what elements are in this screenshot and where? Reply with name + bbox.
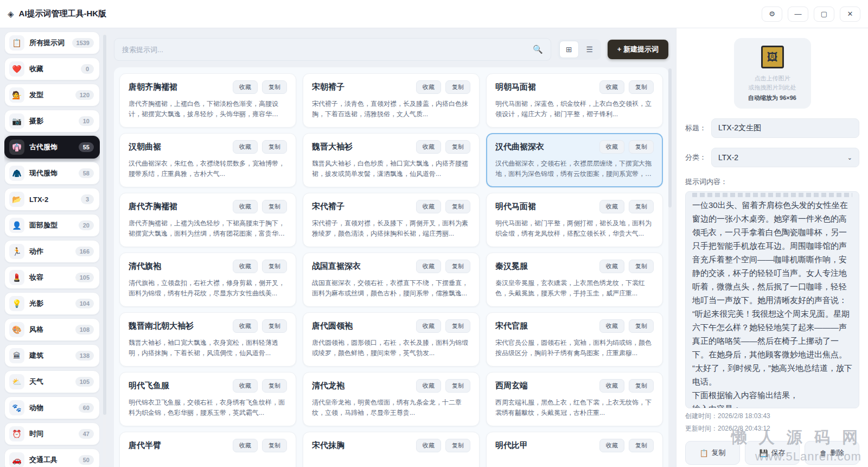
sidebar-item-building[interactable]: 🏛 建筑 138 xyxy=(4,344,100,367)
sidebar-item-time[interactable]: ⏰ 时间 47 xyxy=(4,422,100,445)
copy-button[interactable]: 复制 xyxy=(629,439,654,452)
favorite-button[interactable]: 收藏 xyxy=(599,140,624,154)
favorite-button[interactable]: 收藏 xyxy=(233,439,258,452)
copy-button[interactable]: 复制 xyxy=(445,140,470,154)
prompt-card[interactable]: 唐代齐胸襦裙 收藏 复制 唐代齐胸襦裙，上襦为浅色轻纱，下裙高腰束于胸下，裙摆宽… xyxy=(119,193,296,247)
copy-button[interactable]: 复制 xyxy=(262,379,287,393)
favorite-button[interactable]: 收藏 xyxy=(233,260,258,273)
copy-button[interactable]: 复制 xyxy=(445,379,470,393)
prompt-card[interactable]: 战国直裾深衣 收藏 复制 战国直裾深衣，交领右衽，衣襟直下不绕，下摆垂直，面料为… xyxy=(303,253,480,307)
copy-button[interactable]: 复制 xyxy=(629,200,654,213)
copy-button[interactable]: 复制 xyxy=(262,439,287,452)
sidebar-scrollbar-thumb[interactable] xyxy=(103,35,106,415)
prompt-card[interactable]: 清代龙袍 收藏 复制 清代皇帝龙袍，明黄色缎面，绣有九条金龙，十二章纹，立领，马… xyxy=(303,372,480,426)
prompt-card[interactable]: 唐朝齐胸襦裙 收藏 复制 唐代齐胸襦裙，上襦白色，下裙淡粉色渐变，高腰设计，裙摆… xyxy=(119,73,296,128)
maximize-button[interactable]: ▢ xyxy=(814,7,834,22)
favorite-button[interactable]: 收藏 xyxy=(416,319,441,333)
image-upload-dropzone[interactable]: 🖼 点击上传图片 或拖拽图片到此处 自动缩放为 96×96 xyxy=(734,38,811,109)
sidebar-item-action[interactable]: 🏃 动作 166 xyxy=(4,240,100,263)
favorite-button[interactable]: 收藏 xyxy=(599,379,624,393)
favorite-button[interactable]: 收藏 xyxy=(416,439,441,452)
favorite-button[interactable]: 收藏 xyxy=(416,140,441,154)
copy-button[interactable]: 复制 xyxy=(262,80,287,94)
settings-button[interactable]: ⚙ xyxy=(762,7,782,22)
copy-button[interactable]: 复制 xyxy=(445,439,470,452)
title-field[interactable]: LTX-2文生图 xyxy=(711,118,859,138)
copy-button[interactable]: 复制 xyxy=(445,319,470,333)
favorite-button[interactable]: 收藏 xyxy=(416,80,441,94)
prompt-card[interactable]: 汉朝曲裾 收藏 复制 汉代曲裾深衣，朱红色，衣襟绕转层数多，宽袖博带，腰带系结，… xyxy=(119,133,296,187)
favorite-button[interactable]: 收藏 xyxy=(599,439,624,452)
prompt-card[interactable]: 明代马面裙 收藏 复制 明代马面裙，裙门平整，两侧打褶，裙长及地，面料为织金缎，… xyxy=(486,193,663,247)
sidebar-item-favorites[interactable]: ❤️ 收藏 0 xyxy=(4,58,100,80)
search-input[interactable] xyxy=(122,46,533,54)
prompt-card[interactable]: 明代比甲 收藏 复制 xyxy=(486,432,663,467)
sidebar-scrollbar[interactable] xyxy=(103,31,106,465)
favorite-button[interactable]: 收藏 xyxy=(599,200,624,213)
prompt-card[interactable]: 清代旗袍 收藏 复制 清代旗袍，立领盘扣，右衽大襟，修身剪裁，侧开叉，面料为锦缎… xyxy=(119,253,296,307)
sidebar-item-weather[interactable]: ⛅ 天气 105 xyxy=(4,370,100,393)
new-prompt-button[interactable]: + 新建提示词 xyxy=(608,40,668,59)
sidebar-item-ltx2[interactable]: 📂 LTX-2 3 xyxy=(4,188,100,211)
prompt-card[interactable]: 秦汉冕服 收藏 复制 秦汉皇帝冕服，玄衣纁裳，上衣黑色绣龙纹，下裳红色，头戴冕旒… xyxy=(486,253,663,307)
grid-view-button[interactable]: ⊞ xyxy=(559,41,579,58)
favorite-button[interactable]: 收藏 xyxy=(233,319,258,333)
copy-button[interactable]: 复制 xyxy=(445,200,470,213)
sidebar-item-modern[interactable]: 🧥 现代服饰 58 xyxy=(4,162,100,185)
sidebar-item-style[interactable]: 🎨 风格 108 xyxy=(4,318,100,341)
category-select[interactable]: LTX-2 ⌄ xyxy=(711,148,859,167)
favorite-button[interactable]: 收藏 xyxy=(233,379,258,393)
favorite-button[interactable]: 收藏 xyxy=(599,319,624,333)
prompt-card[interactable]: 汉代曲裾深衣 收藏 复制 汉代曲裾深衣，交领右衽，衣襟层层缠绕，下摆宽大拖地，面… xyxy=(486,133,663,187)
main-scrollbar-thumb[interactable] xyxy=(668,68,672,207)
prompt-card[interactable]: 西周玄端 收藏 复制 西周玄端礼服，黑色上衣，红色下裳，上衣无纹饰，下裳绣有黼黻… xyxy=(486,372,663,426)
prompt-card[interactable]: 唐代圆领袍 收藏 复制 唐代圆领袍，圆形领口，右衽，衣长及膝，面料为锦缎或绫罗，… xyxy=(303,312,480,367)
list-view-button[interactable]: ☰ xyxy=(580,41,599,58)
favorite-button[interactable]: 收藏 xyxy=(599,80,624,94)
sidebar-item-all[interactable]: 📋 所有提示词 1539 xyxy=(4,31,100,54)
detail-delete-button[interactable]: 🗑 删除 xyxy=(805,441,859,465)
favorite-button[interactable]: 收藏 xyxy=(416,260,441,273)
copy-button[interactable]: 复制 xyxy=(629,379,654,393)
prompt-card[interactable]: 魏晋大袖衫 收藏 复制 魏晋风大袖衫，白色纱质，袖口宽大飘逸，内搭齐腰襦裙，披发… xyxy=(303,133,480,187)
favorite-button[interactable]: 收藏 xyxy=(416,200,441,213)
prompt-card[interactable]: 明代飞鱼服 收藏 复制 明代锦衣卫飞鱼服，交领右衽，衣身绣有飞鱼纹样，面料为织金… xyxy=(119,372,296,426)
prompt-card[interactable]: 明朝马面裙 收藏 复制 明代马面裙，深蓝色，织金纹样，上衣白色交领袄，立领设计，… xyxy=(486,73,663,128)
prompt-card[interactable]: 唐代半臂 收藏 复制 xyxy=(119,432,296,467)
search-icon[interactable]: 🔍 xyxy=(533,45,543,54)
sidebar-item-hair[interactable]: 💁 发型 120 xyxy=(4,84,100,106)
sidebar-item-vehicle[interactable]: 🚗 交通工具 50 xyxy=(4,449,100,467)
copy-button[interactable]: 复制 xyxy=(262,140,287,154)
copy-button[interactable]: 复制 xyxy=(445,80,470,94)
detail-copy-button[interactable]: 📋 复制 xyxy=(685,441,740,465)
copy-button[interactable]: 复制 xyxy=(262,319,287,333)
prompt-card[interactable]: 宋代褙子 收藏 复制 宋代褙子，直领对襟，长及膝下，两侧开叉，面料为素雅绫罗，颜… xyxy=(303,193,480,247)
sidebar-item-makeup[interactable]: 💄 妆容 105 xyxy=(4,266,100,289)
sidebar-item-light[interactable]: 💡 光影 104 xyxy=(4,292,100,315)
favorite-button[interactable]: 收藏 xyxy=(233,200,258,213)
sidebar-item-ancient[interactable]: 👘 古代服饰 55 xyxy=(4,136,100,159)
sidebar-item-photo[interactable]: 📷 摄影 10 xyxy=(4,110,100,132)
favorite-button[interactable]: 收藏 xyxy=(416,379,441,393)
minimize-button[interactable]: — xyxy=(788,7,808,22)
prompt-card[interactable]: 宋朝褙子 收藏 复制 宋代褙子，淡青色，直领对襟，长及膝盖，内搭白色抹胸，下着百… xyxy=(303,73,480,128)
prompt-card[interactable]: 宋代官服 收藏 复制 宋代官员公服，圆领右衽，宽袖，面料为绢或锦，颜色按品级区分… xyxy=(486,312,663,367)
detail-save-button[interactable]: 💾 保存 xyxy=(745,441,800,465)
favorite-button[interactable]: 收藏 xyxy=(599,260,624,273)
favorite-button[interactable]: 收藏 xyxy=(233,80,258,94)
favorite-button[interactable]: 收藏 xyxy=(233,140,258,154)
copy-button[interactable]: 复制 xyxy=(262,260,287,273)
sidebar-item-animal[interactable]: 🐾 动物 60 xyxy=(4,396,100,419)
copy-button[interactable]: 复制 xyxy=(629,140,654,154)
main-scrollbar[interactable] xyxy=(668,33,672,465)
copy-button[interactable]: 复制 xyxy=(629,260,654,273)
prompt-content-textarea[interactable]: 一位30出头、留着齐肩棕色头发的女性坐在窗边的一张小木桌旁。她穿着一件米色的高领… xyxy=(685,191,859,408)
copy-button[interactable]: 复制 xyxy=(629,319,654,333)
copy-button[interactable]: 复制 xyxy=(629,80,654,94)
prompt-card[interactable]: 宋代抹胸 收藏 复制 xyxy=(303,432,480,467)
close-button[interactable]: ✕ xyxy=(840,7,860,22)
prompt-card[interactable]: 魏晋南北朝大袖衫 收藏 复制 魏晋大袖衫，袖口宽大飘逸，衣身宽松，面料轻薄透明，… xyxy=(119,312,296,367)
copy-button[interactable]: 复制 xyxy=(262,200,287,213)
copy-button[interactable]: 复制 xyxy=(445,260,470,273)
sidebar-item-face[interactable]: 👤 面部脸型 20 xyxy=(4,214,100,237)
